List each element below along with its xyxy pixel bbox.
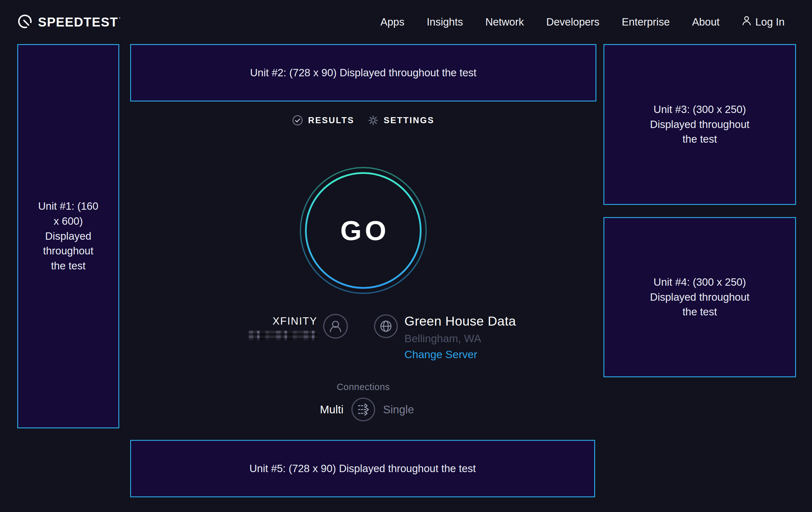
ad-unit-label: Unit #1: (160 x 600) Displayed throughou… xyxy=(38,199,98,274)
change-server-link[interactable]: Change Server xyxy=(404,348,477,361)
tab-settings-label: SETTINGS xyxy=(384,115,434,126)
ad-unit-1-skyscraper: Unit #1: (160 x 600) Displayed throughou… xyxy=(17,44,119,428)
isp-detail-redacted xyxy=(249,331,317,340)
login-button[interactable]: Log In xyxy=(742,15,785,29)
server-location: Bellingham, WA xyxy=(404,332,516,345)
ad-unit-label: Unit #3: (300 x 250) Displayed throughou… xyxy=(642,102,757,147)
test-panel: RESULTS xyxy=(130,0,597,512)
connections-toggle: Multi Single xyxy=(130,397,597,422)
tab-settings[interactable]: SETTINGS xyxy=(368,115,434,126)
isp-name: XFINITY xyxy=(233,315,317,327)
gear-icon xyxy=(368,115,379,126)
connections-option-multi[interactable]: Multi xyxy=(130,403,351,416)
globe-icon xyxy=(374,314,398,339)
ad-unit-4-rectangle-bottom: Unit #4: (300 x 250) Displayed throughou… xyxy=(603,217,796,377)
server-info: Green House Data Bellingham, WA Change S… xyxy=(404,314,516,361)
check-circle-icon xyxy=(292,115,303,126)
login-label: Log In xyxy=(755,16,785,28)
isp-info: XFINITY xyxy=(233,315,317,342)
go-button[interactable]: GO xyxy=(299,167,427,294)
trademark-mark: ’ xyxy=(119,16,121,21)
brand-name: SPEEDTEST’ xyxy=(38,15,121,29)
user-icon xyxy=(742,15,751,29)
tab-results[interactable]: RESULTS xyxy=(292,115,354,126)
ad-unit-3-rectangle-top: Unit #3: (300 x 250) Displayed throughou… xyxy=(603,44,796,205)
nav-item-about[interactable]: About xyxy=(692,16,720,28)
ad-unit-label: Unit #4: (300 x 250) Displayed throughou… xyxy=(642,275,757,320)
tab-results-label: RESULTS xyxy=(308,115,354,126)
connections-heading: Connections xyxy=(130,382,597,392)
panel-tabs: RESULTS xyxy=(130,115,597,126)
speedtest-logo[interactable]: SPEEDTEST’ xyxy=(18,14,121,30)
multi-connection-arrows-icon[interactable] xyxy=(351,397,375,422)
user-circle-icon[interactable] xyxy=(323,314,348,339)
connections-option-single[interactable]: Single xyxy=(375,403,597,416)
server-name: Green House Data xyxy=(404,314,516,329)
nav-item-enterprise[interactable]: Enterprise xyxy=(622,16,670,28)
go-button-label: GO xyxy=(299,167,427,294)
speedometer-gauge-icon xyxy=(18,14,32,30)
speedtest-page: SPEEDTEST’ Apps Insights Network Develop… xyxy=(0,0,812,512)
